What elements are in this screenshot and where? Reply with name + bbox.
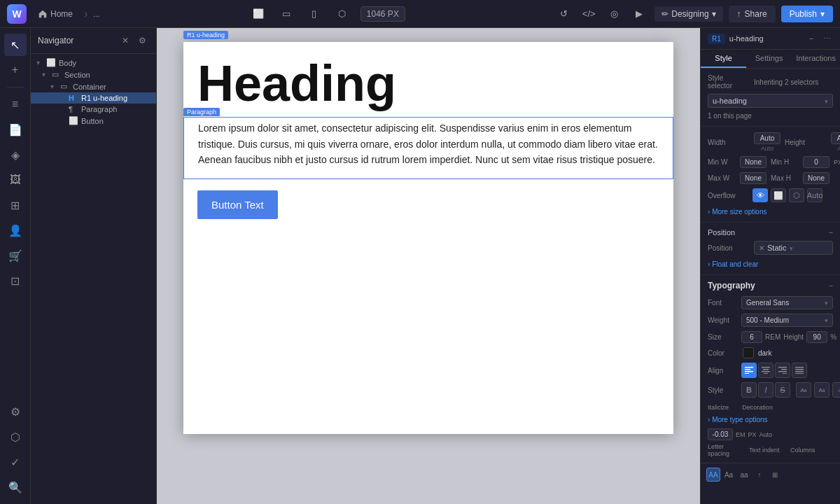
width-input[interactable] bbox=[754, 132, 780, 144]
undo-btn[interactable]: ↺ bbox=[554, 4, 573, 24]
float-link[interactable]: › Float and clear bbox=[708, 259, 833, 269]
ls-auto: Auto bbox=[760, 431, 773, 438]
min-h-input[interactable] bbox=[803, 156, 830, 168]
rp-more-btn[interactable]: ⋯ bbox=[820, 32, 833, 45]
svg-rect-7 bbox=[764, 373, 768, 374]
add-element-btn[interactable]: + bbox=[4, 59, 27, 81]
min-w-input[interactable] bbox=[740, 156, 766, 168]
overflow-scroll-btn[interactable]: ⬡ bbox=[789, 188, 804, 202]
position-dropdown[interactable]: ✕ Static bbox=[754, 241, 833, 255]
sub-btn[interactable]: Aa bbox=[814, 382, 830, 398]
settings-btn[interactable]: ⚙ bbox=[4, 400, 27, 423]
style-buttons: B I S bbox=[741, 382, 790, 398]
link-btn[interactable]: ↗ bbox=[832, 382, 840, 398]
italic-btn[interactable]: I bbox=[758, 382, 774, 398]
overflow-visible-btn[interactable]: 👁 bbox=[752, 188, 768, 202]
tablet-view-btn[interactable]: ▭ bbox=[276, 4, 296, 24]
height-input[interactable] bbox=[831, 132, 840, 144]
tab-style[interactable]: Style bbox=[701, 50, 746, 68]
height-input-typ[interactable] bbox=[806, 331, 827, 343]
apps-btn[interactable]: ⊡ bbox=[4, 270, 27, 292]
up-arrow-btn[interactable]: ↑ bbox=[752, 468, 766, 482]
typography-collapse-btn[interactable]: − bbox=[829, 282, 833, 290]
search-btn[interactable]: 🔍 bbox=[4, 476, 27, 498]
preview2-btn[interactable]: ◎ bbox=[604, 4, 624, 24]
align-right-btn[interactable] bbox=[775, 363, 790, 378]
heading-text[interactable]: Heading bbox=[197, 56, 659, 111]
publish-button[interactable]: Publish ▾ bbox=[781, 6, 833, 22]
weight-row: Weight 500 - Medium bbox=[708, 314, 833, 327]
tab-interactions[interactable]: Interactions bbox=[792, 50, 840, 68]
check-btn[interactable]: ✓ bbox=[4, 451, 27, 473]
position-collapse-btn[interactable]: − bbox=[829, 229, 833, 237]
align-left-btn[interactable] bbox=[741, 363, 757, 378]
weight-dropdown[interactable]: 500 - Medium bbox=[741, 314, 833, 327]
canvas-button[interactable]: Button Text bbox=[197, 190, 278, 219]
minmax-row: Min W Min H PX bbox=[708, 156, 833, 168]
rp-collapse-btn[interactable]: − bbox=[805, 32, 818, 45]
more-type-link[interactable]: › More type options bbox=[708, 414, 833, 424]
max-w-input[interactable] bbox=[740, 172, 766, 184]
mobile-view-btn[interactable]: ▯ bbox=[304, 4, 324, 24]
components-btn[interactable]: ⊞ bbox=[4, 194, 27, 216]
select-tool-btn[interactable]: ↖ bbox=[4, 34, 27, 56]
mode-selector[interactable]: ✏ Designing ▾ bbox=[654, 6, 722, 22]
cms-btn[interactable]: ◈ bbox=[4, 144, 27, 166]
play-btn[interactable]: ▶ bbox=[629, 4, 649, 24]
case-aa-lower-btn[interactable]: aa bbox=[737, 468, 751, 482]
selector-dropdown[interactable]: u-heading bbox=[708, 94, 833, 108]
extensions-btn[interactable]: ⬡ bbox=[4, 426, 27, 448]
size-input[interactable] bbox=[741, 331, 762, 343]
case-Aa-btn[interactable]: Aa bbox=[722, 468, 736, 482]
color-row: Color dark bbox=[708, 347, 833, 358]
canvas-area[interactable]: Section R1 u-heading Heading Paragraph L… bbox=[157, 28, 700, 504]
align-justify-btn[interactable] bbox=[792, 363, 807, 378]
align-center-btn[interactable] bbox=[758, 363, 774, 378]
canvas-frame[interactable]: R1 u-heading Heading Paragraph Lorem ips… bbox=[183, 42, 673, 434]
sup-btn[interactable]: Aa bbox=[796, 382, 811, 398]
frame-view-btn[interactable]: ⬜ bbox=[248, 4, 268, 24]
heading-element[interactable]: R1 u-heading Heading bbox=[183, 42, 673, 117]
tree-paragraph[interactable]: ¶ Paragraph bbox=[31, 104, 156, 115]
home-button[interactable]: Home bbox=[32, 6, 78, 22]
share-button[interactable]: ↑ Share bbox=[729, 6, 776, 22]
more-size-link[interactable]: › More size options bbox=[708, 206, 833, 216]
tree-heading[interactable]: H R1 u-heading bbox=[31, 92, 156, 104]
heading-icon: H bbox=[69, 94, 78, 102]
case-aa-btn[interactable]: AA bbox=[706, 468, 720, 482]
tab-settings[interactable]: Settings bbox=[746, 50, 792, 68]
ecomm-btn[interactable]: 🛒 bbox=[4, 244, 27, 267]
tree-container[interactable]: ▾ ▭ Container bbox=[31, 80, 156, 92]
navigator-settings-btn[interactable]: ⚙ bbox=[135, 34, 149, 48]
height-input-group: Auto bbox=[831, 132, 840, 152]
nav-btn[interactable]: ≡ bbox=[4, 93, 27, 115]
navigator-close-btn[interactable]: ✕ bbox=[118, 34, 132, 48]
code-btn[interactable]: </> bbox=[579, 4, 598, 24]
overflow-hidden-btn[interactable]: ⬜ bbox=[771, 188, 786, 202]
strike-btn[interactable]: S bbox=[775, 382, 790, 398]
style-selector-label: Style selector bbox=[708, 74, 750, 90]
bold-btn[interactable]: B bbox=[741, 382, 757, 398]
assets-btn[interactable]: 🖼 bbox=[4, 169, 27, 191]
publish-label: Publish bbox=[790, 9, 817, 19]
max-h-input[interactable] bbox=[803, 172, 830, 184]
paragraph-element[interactable]: Paragraph Lorem ipsum dolor sit amet, co… bbox=[183, 117, 673, 179]
height-unit: % bbox=[830, 333, 836, 341]
tree-button[interactable]: ⬜ Button bbox=[31, 115, 156, 127]
rp-header-icons: − ⋯ bbox=[805, 32, 833, 45]
letter-spacing-input[interactable] bbox=[708, 428, 733, 440]
color-label: Color bbox=[708, 349, 738, 357]
align-center-icon bbox=[762, 367, 770, 374]
container-chevron: ▾ bbox=[50, 83, 57, 90]
pages-btn[interactable]: 📄 bbox=[4, 118, 27, 141]
font-dropdown[interactable]: General Sans bbox=[741, 296, 833, 309]
position-label: Position bbox=[708, 244, 750, 252]
grid-btn[interactable]: ⊞ bbox=[768, 468, 782, 482]
wide-view-btn[interactable]: ⬡ bbox=[332, 4, 352, 24]
tree-section[interactable]: ▾ ▭ Section bbox=[31, 69, 156, 80]
users-btn[interactable]: 👤 bbox=[4, 219, 27, 241]
paragraph-text[interactable]: Lorem ipsum dolor sit amet, consectetur … bbox=[198, 120, 659, 167]
overflow-auto-btn[interactable]: Auto bbox=[807, 188, 822, 202]
tree-body[interactable]: ▾ ⬜ Body bbox=[31, 57, 156, 69]
color-swatch[interactable] bbox=[743, 347, 754, 358]
